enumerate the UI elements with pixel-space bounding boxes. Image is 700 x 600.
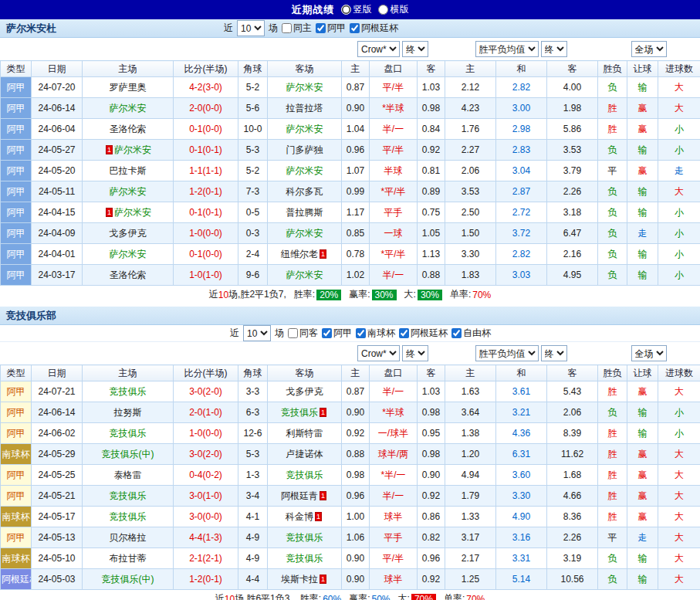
scope-select[interactable]: 全场 bbox=[631, 345, 667, 361]
column-header: 胜负 bbox=[598, 365, 627, 381]
away-team-name[interactable]: 埃斯卡拉 bbox=[281, 574, 318, 585]
home-team-name[interactable]: 罗萨里奥 bbox=[110, 82, 147, 93]
bookmaker-select[interactable]: Crow* bbox=[357, 345, 400, 361]
competition-filter[interactable]: 自由杯 bbox=[451, 327, 491, 340]
same-venue-filter[interactable]: 同客 bbox=[288, 327, 318, 340]
competition-filter[interactable]: 阿根廷杯 bbox=[350, 22, 398, 35]
horizontal-radio-input[interactable] bbox=[378, 5, 388, 15]
competition-checkbox[interactable] bbox=[399, 328, 409, 338]
asia-home-odds-cell: 1.02 bbox=[342, 265, 370, 286]
competition-label: 自由杯 bbox=[463, 327, 491, 340]
home-team-name[interactable]: 戈多伊克 bbox=[110, 228, 147, 239]
away-team-name[interactable]: 拉普拉塔 bbox=[286, 103, 323, 114]
home-team-name[interactable]: 萨尔米安 bbox=[110, 249, 147, 259]
goals-cell: 小 bbox=[658, 140, 700, 161]
away-team-name[interactable]: 卢捷诺体 bbox=[286, 449, 323, 459]
vertical-radio-input[interactable] bbox=[341, 5, 351, 15]
home-team-name[interactable]: 巴拉卡斯 bbox=[110, 165, 147, 176]
match-count-select[interactable]: 10 bbox=[237, 20, 265, 36]
away-team-name[interactable]: 竞技俱乐 bbox=[286, 553, 323, 564]
competition-checkbox[interactable] bbox=[316, 23, 326, 33]
europe-home-odds-cell: 2.27 bbox=[445, 140, 496, 161]
away-team-name[interactable]: 门多萨独 bbox=[286, 144, 323, 155]
away-cell: 门多萨独 bbox=[268, 140, 342, 161]
away-team-name[interactable]: 阿根廷青 bbox=[281, 490, 318, 501]
match-row: 阿甲 24-05-13 贝尔格拉 4-4(1-3) 4-9 竞技俱乐 1.06 … bbox=[1, 527, 700, 548]
home-team-name[interactable]: 竞技俱乐(中) bbox=[102, 449, 154, 459]
same-venue-filter[interactable]: 同主 bbox=[282, 22, 312, 35]
home-team-name[interactable]: 萨尔米安 bbox=[110, 103, 147, 114]
away-team-name[interactable]: 普拉腾斯 bbox=[286, 207, 323, 218]
asia-odds-state-select[interactable]: 终 bbox=[402, 345, 428, 361]
summary-stat-value: 70% bbox=[472, 290, 491, 300]
away-team-name[interactable]: 科金博 bbox=[286, 511, 313, 522]
home-team-name[interactable]: 贝尔格拉 bbox=[110, 532, 147, 543]
home-cell: 竞技俱乐(中) bbox=[83, 444, 174, 465]
match-row: 阿根廷杯 24-05-03 竞技俱乐(中) 1-2(0-1) 4-4 埃斯卡拉1… bbox=[1, 569, 700, 590]
home-team-name[interactable]: 竞技俱乐 bbox=[110, 511, 147, 522]
away-team-name[interactable]: 萨尔米安 bbox=[286, 124, 323, 134]
away-team-name[interactable]: 竞技俱乐 bbox=[286, 532, 323, 543]
competition-filter[interactable]: 阿甲 bbox=[322, 327, 352, 340]
competition-filter[interactable]: 阿根廷杯 bbox=[399, 327, 448, 340]
home-team-name[interactable]: 竞技俱乐 bbox=[110, 386, 147, 397]
table-head: 类型日期主场比分(半场)角球客场主盘口客主和客胜负让球进球数 bbox=[1, 61, 700, 77]
competition-checkbox[interactable] bbox=[322, 328, 332, 338]
competition-checkbox[interactable] bbox=[350, 23, 360, 33]
layout-radio-vertical[interactable]: 竖版 bbox=[341, 3, 372, 16]
asia-home-odds-cell: 0.96 bbox=[342, 140, 370, 161]
home-team-name[interactable]: 萨尔米安 bbox=[110, 186, 147, 197]
home-team-name[interactable]: 竞技俱乐 bbox=[110, 490, 147, 501]
same-venue-checkbox[interactable] bbox=[282, 23, 292, 33]
scope-select[interactable]: 全场 bbox=[631, 41, 667, 57]
away-team-name[interactable]: 萨尔米安 bbox=[286, 228, 323, 239]
match-row: 阿甲 24-05-11 萨尔米安 1-2(0-1) 7-3 科尔多瓦 0.99 … bbox=[1, 181, 700, 202]
same-venue-checkbox[interactable] bbox=[288, 328, 298, 338]
home-team-name[interactable]: 竞技俱乐 bbox=[110, 428, 147, 439]
home-team-name[interactable]: 布拉甘蒂 bbox=[110, 553, 147, 564]
asia-odds-state-select[interactable]: 终 bbox=[402, 41, 428, 57]
competition-checkbox[interactable] bbox=[451, 328, 462, 338]
match-count-select[interactable]: 10 bbox=[243, 325, 271, 341]
home-team-name[interactable]: 圣洛伦索 bbox=[110, 124, 147, 134]
competition-filter[interactable]: 阿甲 bbox=[316, 22, 346, 35]
europe-odds-state-select[interactable]: 终 bbox=[541, 41, 567, 57]
europe-draw-odds-cell: 3.30 bbox=[496, 486, 547, 507]
away-team-name[interactable]: 利斯特雷 bbox=[286, 428, 323, 439]
competition-checkbox[interactable] bbox=[356, 328, 366, 338]
corner-cell: 2-4 bbox=[238, 244, 268, 265]
away-team-name[interactable]: 纽维尔老 bbox=[281, 249, 318, 259]
bookmaker-select[interactable]: Crow* bbox=[357, 41, 400, 57]
europe-home-odds-cell: 1.76 bbox=[445, 119, 496, 140]
europe-draw-odds-cell: 2.82 bbox=[496, 244, 547, 265]
asia-away-odds-cell: 0.95 bbox=[418, 423, 445, 444]
home-team-name[interactable]: 圣洛伦索 bbox=[110, 269, 147, 280]
home-team-name[interactable]: 竞技俱乐(中) bbox=[102, 574, 154, 585]
home-team-name[interactable]: 拉努斯 bbox=[114, 407, 142, 418]
away-team-name[interactable]: 戈多伊克 bbox=[286, 386, 323, 397]
away-team-name[interactable]: 竞技俱乐 bbox=[286, 469, 323, 480]
away-team-name[interactable]: 科尔多瓦 bbox=[286, 186, 323, 197]
europe-draw-odds-cell: 5.14 bbox=[496, 569, 547, 590]
away-team-name[interactable]: 萨尔米安 bbox=[286, 165, 323, 176]
away-team-name[interactable]: 竞技俱乐 bbox=[281, 407, 318, 418]
goals-cell: 大 bbox=[658, 527, 700, 548]
home-team-name[interactable]: 萨尔米安 bbox=[114, 207, 151, 218]
europe-home-odds-cell: 1.38 bbox=[445, 423, 496, 444]
away-cell: 卢捷诺体 bbox=[268, 444, 342, 465]
europe-mode-select[interactable]: 胜平负均值 bbox=[475, 41, 539, 57]
europe-mode-select[interactable]: 胜平负均值 bbox=[475, 345, 539, 361]
home-team-name[interactable]: 萨尔米安 bbox=[114, 144, 151, 155]
competition-filter[interactable]: 南球杯 bbox=[356, 327, 395, 340]
date-cell: 24-06-02 bbox=[32, 423, 83, 444]
home-team-name[interactable]: 泰格雷 bbox=[114, 469, 142, 480]
league-cell: 阿甲 bbox=[1, 402, 32, 423]
column-header: 日期 bbox=[32, 365, 83, 381]
layout-radio-horizontal[interactable]: 横版 bbox=[378, 3, 409, 16]
europe-odds-state-select[interactable]: 终 bbox=[541, 345, 567, 361]
away-team-name[interactable]: 萨尔米安 bbox=[286, 269, 323, 280]
column-header: 盘口 bbox=[370, 61, 418, 77]
europe-home-odds-cell: 1.63 bbox=[445, 381, 496, 402]
asia-home-odds-cell: 0.98 bbox=[342, 465, 370, 486]
away-team-name[interactable]: 萨尔米安 bbox=[286, 82, 323, 93]
